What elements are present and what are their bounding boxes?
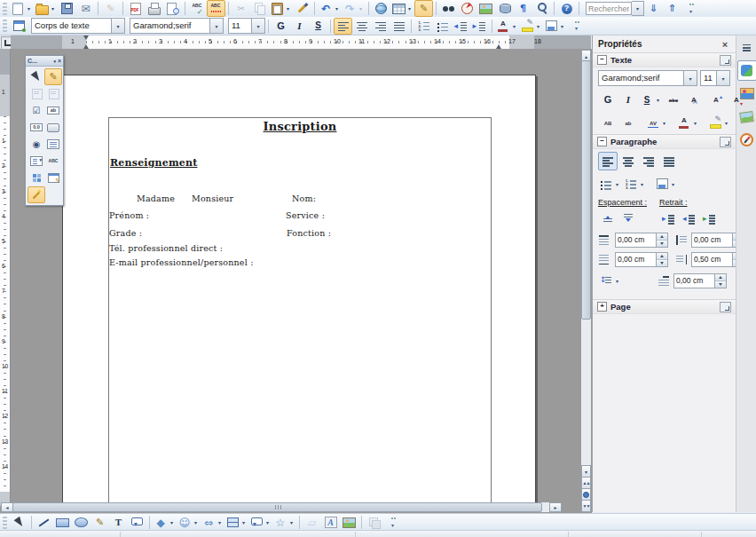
redo-dropdown[interactable]: ▾ — [357, 5, 365, 12]
paragraph-style-dropdown[interactable]: ▾ — [111, 19, 124, 33]
collapse-icon[interactable]: − — [597, 137, 607, 146]
decrease-indent-button[interactable] — [452, 18, 470, 35]
label-field-button[interactable]: ABC — [44, 153, 62, 170]
draw-functions-button[interactable]: ✎ — [414, 0, 433, 17]
print-preview-button[interactable] — [163, 0, 182, 17]
sidebar-menu-button[interactable] — [737, 37, 756, 58]
underline-button[interactable]: S — [309, 18, 327, 35]
font-size-dropdown[interactable]: ▾ — [251, 19, 264, 33]
numbered-list-dropdown[interactable]: ▾ — [638, 181, 646, 187]
hyperlink-button[interactable] — [372, 0, 390, 17]
highlighting-dropdown[interactable]: ▾ — [534, 23, 542, 29]
basic-shapes-dropdown[interactable]: ▾ — [168, 519, 176, 525]
formatted-field-button[interactable]: 0.0 — [28, 119, 45, 136]
undo-button[interactable]: ↶▾ — [318, 0, 342, 17]
horizontal-ruler[interactable]: 1123456789101112131415161718 — [11, 36, 591, 50]
block-arrows-dropdown[interactable]: ▾ — [216, 519, 224, 525]
font-size-combo[interactable]: 11▾ — [228, 18, 265, 34]
toolbar-handle[interactable] — [3, 20, 7, 32]
sidebar-close-button[interactable]: × — [720, 39, 730, 50]
select-button[interactable] — [10, 514, 28, 531]
character-spacing-dropdown[interactable]: ▾ — [660, 120, 668, 126]
combo-box-button[interactable]: ▾ — [28, 153, 45, 170]
design-mode-button[interactable]: ✎ — [44, 68, 62, 85]
callout-button[interactable] — [128, 514, 146, 531]
new-document-dropdown[interactable]: ▾ — [25, 5, 33, 12]
form-table-frame[interactable]: Inscription Renseignement Madame Monsieu… — [108, 117, 492, 505]
align-left-button[interactable] — [598, 152, 618, 170]
background-color-dropdown[interactable]: ▾ — [558, 23, 566, 29]
font-name-combo[interactable]: Garamond;serif▾ — [130, 18, 224, 34]
option-button-button[interactable]: ◉ — [28, 136, 45, 153]
form-design-button[interactable] — [44, 170, 62, 186]
picture-from-file-button[interactable] — [340, 514, 358, 531]
sidebar-font-name-combo[interactable]: Garamond;serif ▾ — [598, 70, 697, 86]
align-justify-button[interactable] — [390, 18, 408, 35]
form-controls-close-button[interactable]: × — [58, 58, 61, 64]
clone-formatting-button[interactable] — [293, 0, 311, 17]
search-input[interactable] — [586, 2, 632, 15]
sidebar-font-name-dropdown[interactable]: ▾ — [683, 71, 697, 85]
below-paragraph-spacing-spinner[interactable] — [656, 253, 667, 266]
save-button[interactable] — [58, 0, 76, 17]
above-paragraph-spacing-field[interactable]: 0,00 cm — [615, 233, 668, 248]
collapse-icon[interactable]: − — [597, 55, 607, 65]
italic-button[interactable]: I — [290, 18, 309, 35]
paragraph-dialog-launcher-icon[interactable] — [720, 137, 731, 147]
formatting-marks-button[interactable]: ¶ — [514, 0, 532, 17]
sidebar-font-size-dropdown[interactable]: ▾ — [716, 71, 729, 85]
formatting-toolbar-overflow-button[interactable]: ▾ — [567, 18, 586, 35]
left-indent-marker[interactable] — [83, 42, 89, 49]
find-replace-button[interactable] — [439, 0, 458, 17]
wizards-button[interactable] — [28, 186, 45, 203]
hanging-indent-button[interactable] — [700, 209, 720, 228]
horizontal-scrollbar[interactable]: ◂ ▸ — [1, 502, 562, 512]
undo-dropdown[interactable]: ▾ — [333, 5, 341, 12]
first-line-indent-spinner[interactable] — [714, 274, 726, 288]
toolbar-handle[interactable] — [3, 517, 7, 529]
insert-table-dropdown[interactable]: ▾ — [406, 5, 413, 12]
expand-icon[interactable]: + — [597, 302, 607, 312]
push-button-button[interactable] — [44, 119, 62, 136]
highlighting-button[interactable]: ▾ — [519, 18, 543, 35]
paste-button[interactable]: ▾ — [269, 0, 293, 17]
flowchart-dropdown[interactable]: ▾ — [240, 519, 248, 525]
paragraph-background-dropdown[interactable]: ▾ — [669, 181, 677, 187]
line-spacing-button[interactable]: ▾ — [598, 272, 622, 290]
scroll-left-button[interactable]: ◂ — [1, 502, 13, 512]
print-button[interactable] — [145, 0, 163, 17]
data-sources-button[interactable] — [495, 0, 514, 17]
increase-font-size-button[interactable]: A — [706, 91, 726, 109]
horizontal-scrollbar-thumb[interactable] — [12, 502, 542, 512]
strikethrough-button[interactable]: abc — [664, 91, 683, 109]
previous-page-button[interactable]: ▲▲ — [581, 477, 591, 489]
font-color-dropdown[interactable]: ▾ — [510, 23, 518, 29]
decrease-paragraph-spacing-button[interactable] — [618, 209, 638, 228]
spelling-button[interactable]: ABC — [188, 0, 207, 17]
toolbar-handle[interactable] — [3, 3, 7, 15]
align-right-button[interactable] — [639, 152, 658, 170]
sidebar-tab-images[interactable] — [737, 107, 756, 127]
bold-button[interactable]: G — [272, 18, 290, 35]
numbered-list-button[interactable]: ▾ — [623, 175, 647, 193]
zoom-button[interactable] — [532, 0, 551, 17]
vertical-scrollbar[interactable]: ▴ ▾ ▲▲ ▼▼ — [581, 50, 591, 512]
align-center-button[interactable] — [352, 18, 371, 35]
increase-indent-button[interactable] — [659, 209, 679, 228]
text-section-header[interactable]: − Texte — [593, 52, 736, 67]
help-button[interactable]: ? — [557, 0, 576, 17]
character-dialog-launcher-icon[interactable] — [720, 55, 731, 66]
font-color-button[interactable]: A▾ — [676, 114, 700, 132]
gallery-button[interactable] — [476, 0, 495, 17]
ellipse-button[interactable] — [72, 514, 91, 531]
align-center-button[interactable] — [618, 152, 638, 170]
document-page[interactable]: Inscription Renseignement Madame Monsieu… — [62, 75, 536, 508]
select-button[interactable] — [28, 68, 45, 85]
align-right-button[interactable] — [371, 18, 390, 35]
drawing-toolbar-overflow-button[interactable]: ▾ — [383, 514, 402, 531]
font-color-dropdown[interactable]: ▾ — [691, 120, 699, 126]
sidebar-tab-navigator[interactable] — [737, 130, 756, 150]
underline-button[interactable]: S▾ — [639, 91, 663, 109]
auto-spellcheck-button[interactable]: ABC — [207, 0, 225, 17]
bullet-list-button[interactable] — [433, 18, 452, 35]
